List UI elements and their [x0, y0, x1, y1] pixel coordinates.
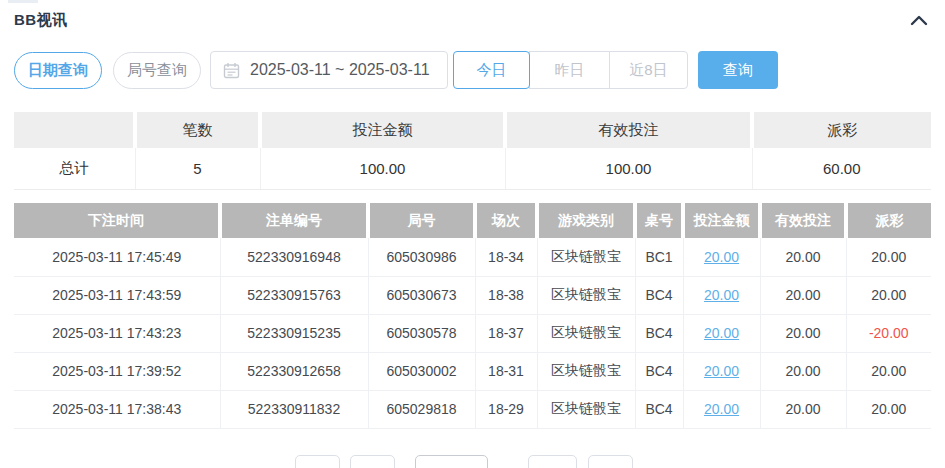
query-toolbar: 日期查询 局号查询 2025-03-11 ~ 2025-03-11 今日 昨日 …: [14, 50, 778, 90]
col-header-game-type: 游戏类别: [537, 203, 635, 238]
search-button[interactable]: 查询: [698, 51, 778, 89]
filter-yesterday-button[interactable]: 昨日: [529, 51, 610, 89]
bet-amount-link[interactable]: 20.00: [704, 363, 739, 379]
cell-table-no: BC4: [635, 314, 683, 352]
filter-last8days-button[interactable]: 近8日: [609, 51, 688, 89]
cell-game-type: 区块链骰宝: [537, 238, 635, 276]
col-header-session: 场次: [475, 203, 537, 238]
cell-payout: 20.00: [846, 352, 931, 390]
cell-valid-bet: 20.00: [760, 238, 846, 276]
cell-bet-time: 2025-03-11 17:39:52: [14, 352, 220, 390]
cell-round: 605030002: [368, 352, 475, 390]
cell-bet-amount: 20.00: [683, 276, 760, 314]
pagination: [0, 455, 945, 468]
col-header-bet-time: 下注时间: [14, 203, 220, 238]
cell-valid-bet: 20.00: [760, 314, 846, 352]
bet-amount-link[interactable]: 20.00: [704, 401, 739, 417]
summary-header-blank: [14, 112, 135, 148]
cell-bet-amount: 20.00: [683, 352, 760, 390]
summary-header-bet-amount: 投注金额: [260, 112, 505, 148]
date-range-input[interactable]: 2025-03-11 ~ 2025-03-11: [210, 51, 448, 89]
summary-header-count: 笔数: [135, 112, 260, 148]
bet-records-table: 下注时间 注单编号 局号 场次 游戏类别 桌号 投注金额 有效投注 派彩 202…: [14, 203, 931, 429]
pagination-button-1[interactable]: [295, 455, 340, 468]
cell-game-type: 区块链骰宝: [537, 314, 635, 352]
col-header-round: 局号: [368, 203, 475, 238]
cell-round: 605029818: [368, 390, 475, 428]
cell-game-type: 区块链骰宝: [537, 390, 635, 428]
cell-bet-id: 522330915235: [220, 314, 368, 352]
cell-session: 18-37: [475, 314, 537, 352]
cell-payout: 20.00: [846, 276, 931, 314]
pagination-button-3[interactable]: [528, 455, 577, 468]
bet-amount-link[interactable]: 20.00: [704, 325, 739, 341]
cell-bet-time: 2025-03-11 17:43:23: [14, 314, 220, 352]
cell-bet-id: 522330912658: [220, 352, 368, 390]
cell-round: 605030673: [368, 276, 475, 314]
cell-game-type: 区块链骰宝: [537, 352, 635, 390]
cell-bet-amount: 20.00: [683, 238, 760, 276]
tab-round-query[interactable]: 局号查询: [113, 52, 201, 89]
cell-bet-amount: 20.00: [683, 390, 760, 428]
summary-total-payout: 60.00: [752, 148, 931, 189]
table-row: 2025-03-11 17:38:43 522330911832 6050298…: [14, 390, 931, 428]
filter-today-button[interactable]: 今日: [453, 51, 530, 89]
summary-table: 笔数 投注金额 有效投注 派彩 总计 5 100.00 100.00 60.00: [14, 112, 931, 190]
cell-payout: -20.00: [846, 314, 931, 352]
col-header-valid-bet: 有效投注: [760, 203, 846, 238]
summary-total-valid-bet: 100.00: [505, 148, 752, 189]
cell-table-no: BC4: [635, 276, 683, 314]
col-header-payout: 派彩: [846, 203, 931, 238]
tab-date-query[interactable]: 日期查询: [14, 52, 102, 89]
panel-header: BB视讯: [14, 10, 931, 30]
cell-round: 605030986: [368, 238, 475, 276]
quick-filter-group: 今日 昨日 近8日: [453, 51, 688, 89]
chevron-up-icon: [910, 14, 928, 26]
cell-session: 18-38: [475, 276, 537, 314]
cell-payout: 20.00: [846, 238, 931, 276]
collapse-panel-button[interactable]: [907, 10, 931, 30]
cell-session: 18-31: [475, 352, 537, 390]
pagination-page-select[interactable]: [415, 455, 488, 468]
pagination-button-2[interactable]: [350, 455, 395, 468]
cell-valid-bet: 20.00: [760, 276, 846, 314]
cell-valid-bet: 20.00: [760, 352, 846, 390]
summary-header-payout: 派彩: [752, 112, 931, 148]
table-row: 2025-03-11 17:39:52 522330912658 6050300…: [14, 352, 931, 390]
summary-total-label: 总计: [14, 148, 135, 189]
summary-total-count: 5: [135, 148, 260, 189]
cell-session: 18-29: [475, 390, 537, 428]
table-row: 2025-03-11 17:43:59 522330915763 6050306…: [14, 276, 931, 314]
bet-amount-link[interactable]: 20.00: [704, 249, 739, 265]
col-header-bet-id: 注单编号: [220, 203, 368, 238]
cell-round: 605030578: [368, 314, 475, 352]
table-row: 2025-03-11 17:45:49 522330916948 6050309…: [14, 238, 931, 276]
pagination-button-4[interactable]: [588, 455, 633, 468]
summary-header-valid-bet: 有效投注: [505, 112, 752, 148]
cell-bet-id: 522330916948: [220, 238, 368, 276]
summary-total-bet-amount: 100.00: [260, 148, 505, 189]
table-row: 2025-03-11 17:43:23 522330915235 6050305…: [14, 314, 931, 352]
cell-bet-id: 522330915763: [220, 276, 368, 314]
cell-payout: 20.00: [846, 390, 931, 428]
cell-table-no: BC4: [635, 352, 683, 390]
date-range-value: 2025-03-11 ~ 2025-03-11: [250, 61, 430, 79]
summary-header-row: 笔数 投注金额 有效投注 派彩: [14, 112, 931, 148]
cell-table-no: BC4: [635, 390, 683, 428]
cell-game-type: 区块链骰宝: [537, 276, 635, 314]
summary-total-row: 总计 5 100.00 100.00 60.00: [14, 148, 931, 189]
col-header-table-no: 桌号: [635, 203, 683, 238]
cell-table-no: BC1: [635, 238, 683, 276]
cell-session: 18-34: [475, 238, 537, 276]
col-header-bet-amount: 投注金额: [683, 203, 760, 238]
bet-amount-link[interactable]: 20.00: [704, 287, 739, 303]
cell-bet-time: 2025-03-11 17:38:43: [14, 390, 220, 428]
bb-video-panel: BB视讯 日期查询 局号查询 2025-03-11 ~ 2025-03-11: [0, 0, 945, 468]
cell-bet-id: 522330911832: [220, 390, 368, 428]
panel-title: BB视讯: [14, 11, 68, 30]
cell-bet-time: 2025-03-11 17:45:49: [14, 238, 220, 276]
calendar-icon: [223, 62, 240, 79]
cell-valid-bet: 20.00: [760, 390, 846, 428]
records-header-row: 下注时间 注单编号 局号 场次 游戏类别 桌号 投注金额 有效投注 派彩: [14, 203, 931, 238]
cell-bet-time: 2025-03-11 17:43:59: [14, 276, 220, 314]
